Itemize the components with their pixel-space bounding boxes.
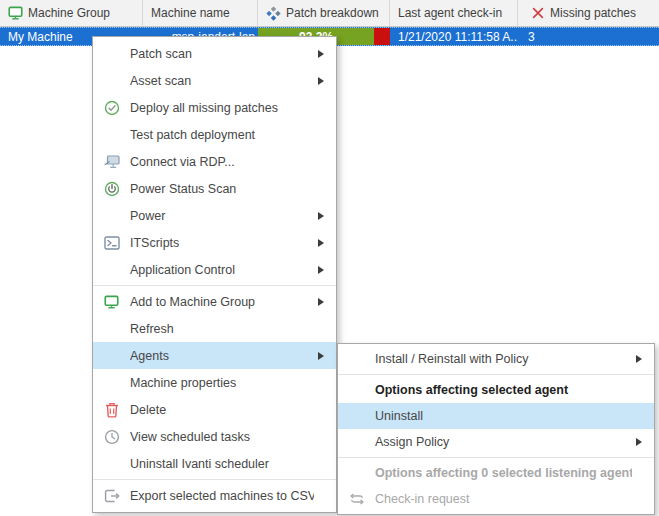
- column-header-last-agent-checkin[interactable]: Last agent check-in: [390, 0, 518, 26]
- menu-item-label: Assign Policy: [375, 435, 632, 449]
- rdp-icon: [93, 155, 130, 169]
- submenu-item-assign-policy[interactable]: Assign Policy: [338, 429, 654, 455]
- menu-item-label: Check-in request: [375, 492, 632, 506]
- menu-item-refresh[interactable]: Refresh: [93, 315, 336, 342]
- submenu-arrow-icon: [636, 355, 642, 363]
- menu-item-application-control[interactable]: Application Control: [93, 256, 336, 283]
- submenu-arrow-icon: [318, 352, 324, 360]
- cell-last-agent-checkin: 1/21/2020 11:11:58 A...: [390, 28, 518, 45]
- submenu-item-check-in-request[interactable]: Check-in request: [338, 486, 654, 512]
- menu-item-add-to-machine-group[interactable]: Add to Machine Group: [93, 288, 336, 315]
- agents-submenu: Install / Reinstall with Policy Options …: [337, 343, 655, 515]
- menu-item-label: Power Status Scan: [130, 182, 314, 196]
- menu-item-label: Install / Reinstall with Policy: [375, 352, 632, 366]
- submenu-arrow-icon: [318, 298, 324, 306]
- grid-header: Machine Group Machine name Patch breakdo…: [0, 0, 659, 27]
- submenu-arrow-icon: [318, 77, 324, 85]
- menu-item-agents[interactable]: Agents: [93, 342, 336, 369]
- menu-item-label: Refresh: [130, 322, 314, 336]
- patch-bar-red: [374, 28, 390, 45]
- red-x-icon: [531, 6, 545, 20]
- menu-item-label: Connect via RDP...: [130, 155, 314, 169]
- submenu-arrow-icon: [318, 50, 324, 58]
- clock-icon: [93, 429, 130, 445]
- menu-item-connect-via-rdp[interactable]: Connect via RDP...: [93, 148, 336, 175]
- menu-item-machine-properties[interactable]: Machine properties: [93, 369, 336, 396]
- submenu-header-options-affecting-selected-agent: Options affecting selected agent: [338, 377, 654, 403]
- submenu-arrow-icon: [318, 239, 324, 247]
- menu-item-label: Test patch deployment: [130, 128, 314, 142]
- trash-icon: [93, 402, 130, 418]
- column-header-machine-group[interactable]: Machine Group: [0, 0, 143, 26]
- submenu-arrow-icon: [318, 212, 324, 220]
- menu-item-asset-scan[interactable]: Asset scan: [93, 67, 336, 94]
- menu-item-patch-scan[interactable]: Patch scan: [93, 40, 336, 67]
- menu-item-view-scheduled-tasks[interactable]: View scheduled tasks: [93, 423, 336, 450]
- submenu-item-uninstall[interactable]: Uninstall: [338, 403, 654, 429]
- menu-item-label: Deploy all missing patches: [130, 101, 314, 115]
- column-header-patch-breakdown[interactable]: Patch breakdown: [258, 0, 390, 26]
- menu-item-label: Export selected machines to CSV...: [130, 489, 314, 503]
- circle-check-icon: [93, 100, 130, 116]
- menu-item-label: Options affecting 0 selected listening a…: [375, 466, 632, 480]
- export-icon: [93, 489, 130, 503]
- menu-separator: [93, 479, 336, 480]
- column-header-machine-name[interactable]: Machine name: [143, 0, 258, 26]
- column-header-label: Last agent check-in: [398, 6, 502, 20]
- submenu-header-options-affecting-listening-agents: Options affecting 0 selected listening a…: [338, 460, 654, 486]
- menu-item-label: Application Control: [130, 263, 314, 277]
- checkin-arrows-icon: [338, 493, 375, 505]
- app-screen: Machine Group Machine name Patch breakdo…: [0, 0, 659, 516]
- menu-item-test-patch-deployment[interactable]: Test patch deployment: [93, 121, 336, 148]
- menu-item-label: Asset scan: [130, 74, 314, 88]
- menu-item-label: Patch scan: [130, 47, 314, 61]
- menu-item-label: ITScripts: [130, 236, 314, 250]
- menu-item-label: Delete: [130, 403, 314, 417]
- monitor-icon: [93, 295, 130, 309]
- monitor-icon: [8, 6, 23, 20]
- column-header-label: Machine name: [151, 6, 230, 20]
- menu-item-uninstall-ivanti-scheduler[interactable]: Uninstall Ivanti scheduler: [93, 450, 336, 477]
- cell-missing-patches: 3: [518, 28, 659, 45]
- circle-power-icon: [93, 181, 130, 197]
- menu-item-label: View scheduled tasks: [130, 430, 314, 444]
- submenu-arrow-icon: [318, 266, 324, 274]
- menu-item-label: Machine properties: [130, 376, 314, 390]
- menu-item-export-selected-machines-to-csv[interactable]: Export selected machines to CSV...: [93, 482, 336, 509]
- menu-item-delete[interactable]: Delete: [93, 396, 336, 423]
- menu-item-power-status-scan[interactable]: Power Status Scan: [93, 175, 336, 202]
- menu-item-label: Agents: [130, 349, 314, 363]
- menu-item-label: Add to Machine Group: [130, 295, 314, 309]
- menu-item-label: Options affecting selected agent: [375, 383, 632, 397]
- menu-item-label: Power: [130, 209, 314, 223]
- menu-separator: [338, 374, 654, 375]
- menu-item-label: Uninstall: [375, 409, 632, 423]
- menu-separator: [93, 285, 336, 286]
- menu-item-itscripts[interactable]: ITScripts: [93, 229, 336, 256]
- console-icon: [93, 236, 130, 250]
- menu-item-power[interactable]: Power: [93, 202, 336, 229]
- context-menu: Patch scan Asset scan Deploy all missing…: [92, 36, 337, 513]
- column-header-label: Patch breakdown: [286, 6, 379, 20]
- submenu-item-install-reinstall-with-policy[interactable]: Install / Reinstall with Policy: [338, 346, 654, 372]
- column-header-missing-patches[interactable]: Missing patches: [518, 0, 659, 26]
- patch-diamond-icon: [266, 6, 281, 21]
- menu-item-label: Uninstall Ivanti scheduler: [130, 457, 314, 471]
- menu-separator: [338, 457, 654, 458]
- column-header-label: Machine Group: [28, 6, 110, 20]
- menu-item-deploy-all-missing-patches[interactable]: Deploy all missing patches: [93, 94, 336, 121]
- column-header-label: Missing patches: [550, 6, 636, 20]
- submenu-arrow-icon: [636, 438, 642, 446]
